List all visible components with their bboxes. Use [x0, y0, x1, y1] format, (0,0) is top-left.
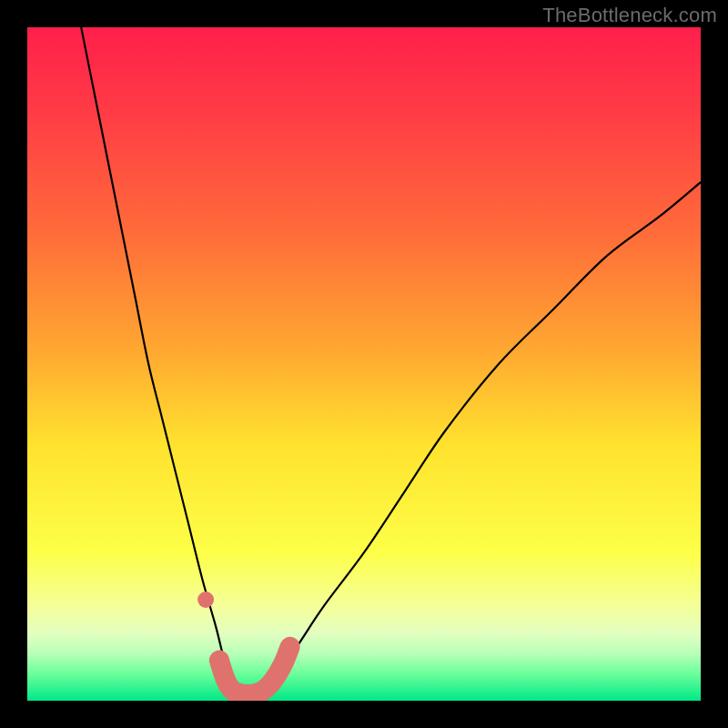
bottleneck-curve [81, 27, 701, 694]
watermark-text: TheBottleneck.com [542, 4, 717, 27]
curve-layer [27, 27, 701, 701]
optimal-range-marker [197, 592, 290, 694]
svg-point-1 [197, 592, 214, 608]
plot-area [27, 27, 701, 701]
chart-frame: TheBottleneck.com [0, 0, 728, 728]
